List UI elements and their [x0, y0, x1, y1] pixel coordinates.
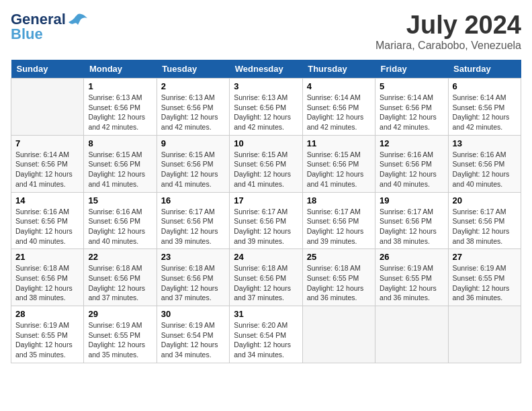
calendar-cell: 15 Sunrise: 6:16 AMSunset: 6:56 PMDaylig… [84, 192, 157, 249]
day-number: 21 [15, 252, 79, 262]
day-info: Sunrise: 6:14 AMSunset: 6:56 PMDaylight:… [15, 150, 79, 189]
day-info: Sunrise: 6:15 AMSunset: 6:56 PMDaylight:… [307, 150, 371, 189]
day-number: 22 [88, 252, 152, 262]
day-info: Sunrise: 6:16 AMSunset: 6:56 PMDaylight:… [15, 207, 79, 246]
day-number: 5 [380, 81, 443, 91]
day-number: 26 [380, 252, 443, 262]
day-number: 8 [88, 138, 152, 148]
calendar-cell: 14 Sunrise: 6:16 AMSunset: 6:56 PMDaylig… [11, 192, 84, 249]
day-info: Sunrise: 6:14 AMSunset: 6:56 PMDaylight:… [380, 93, 443, 132]
calendar-cell: 4 Sunrise: 6:14 AMSunset: 6:56 PMDayligh… [302, 79, 375, 136]
day-info: Sunrise: 6:14 AMSunset: 6:56 PMDaylight:… [307, 93, 371, 132]
calendar-cell: 24 Sunrise: 6:18 AMSunset: 6:56 PMDaylig… [230, 249, 302, 306]
calendar-cell: 9 Sunrise: 6:15 AMSunset: 6:56 PMDayligh… [157, 135, 229, 192]
weekday-header-tuesday: Tuesday [157, 60, 229, 79]
day-number: 7 [15, 138, 79, 148]
calendar-cell: 19 Sunrise: 6:17 AMSunset: 6:56 PMDaylig… [375, 192, 448, 249]
calendar-cell: 12 Sunrise: 6:16 AMSunset: 6:56 PMDaylig… [375, 135, 448, 192]
day-info: Sunrise: 6:19 AMSunset: 6:55 PMDaylight:… [453, 263, 517, 303]
calendar-table: SundayMondayTuesdayWednesdayThursdayFrid… [11, 60, 521, 363]
day-number: 12 [380, 138, 443, 148]
calendar-cell: 2 Sunrise: 6:13 AMSunset: 6:56 PMDayligh… [157, 79, 229, 136]
calendar-cell: 23 Sunrise: 6:18 AMSunset: 6:56 PMDaylig… [157, 249, 229, 306]
day-info: Sunrise: 6:18 AMSunset: 6:55 PMDaylight:… [307, 263, 371, 303]
logo-bird-icon [69, 13, 87, 26]
calendar-week-row: 14 Sunrise: 6:16 AMSunset: 6:56 PMDaylig… [11, 192, 521, 249]
day-number: 9 [161, 138, 225, 148]
day-number: 20 [453, 195, 517, 205]
title-block: July 2024 Mariara, Carabobo, Venezuela [375, 11, 521, 52]
calendar-week-row: 7 Sunrise: 6:14 AMSunset: 6:56 PMDayligh… [11, 135, 521, 192]
calendar-cell: 29 Sunrise: 6:19 AMSunset: 6:55 PMDaylig… [84, 306, 157, 363]
day-number: 14 [15, 195, 79, 205]
day-number: 11 [307, 138, 371, 148]
calendar-cell: 10 Sunrise: 6:15 AMSunset: 6:56 PMDaylig… [230, 135, 302, 192]
calendar-cell: 20 Sunrise: 6:17 AMSunset: 6:56 PMDaylig… [448, 192, 521, 249]
day-number: 28 [15, 309, 79, 319]
day-number: 31 [234, 309, 298, 319]
calendar-cell: 6 Sunrise: 6:14 AMSunset: 6:56 PMDayligh… [448, 79, 521, 136]
day-number: 13 [453, 138, 517, 148]
calendar-cell: 26 Sunrise: 6:19 AMSunset: 6:55 PMDaylig… [375, 249, 448, 306]
day-info: Sunrise: 6:19 AMSunset: 6:55 PMDaylight:… [15, 320, 79, 360]
day-info: Sunrise: 6:17 AMSunset: 6:56 PMDaylight:… [307, 207, 371, 246]
day-info: Sunrise: 6:18 AMSunset: 6:56 PMDaylight:… [15, 263, 79, 303]
calendar-cell: 16 Sunrise: 6:17 AMSunset: 6:56 PMDaylig… [157, 192, 229, 249]
calendar-cell: 28 Sunrise: 6:19 AMSunset: 6:55 PMDaylig… [11, 306, 84, 363]
weekday-header-thursday: Thursday [302, 60, 375, 79]
logo: General Blue [11, 11, 87, 43]
logo-text-blue: Blue [11, 26, 43, 43]
day-info: Sunrise: 6:18 AMSunset: 6:56 PMDaylight:… [234, 263, 298, 303]
day-info: Sunrise: 6:17 AMSunset: 6:56 PMDaylight:… [161, 207, 225, 246]
day-info: Sunrise: 6:19 AMSunset: 6:55 PMDaylight:… [88, 320, 152, 360]
calendar-cell [11, 79, 84, 136]
weekday-header-row: SundayMondayTuesdayWednesdayThursdayFrid… [11, 60, 521, 79]
day-number: 27 [453, 252, 517, 262]
day-info: Sunrise: 6:16 AMSunset: 6:56 PMDaylight:… [380, 150, 443, 189]
day-info: Sunrise: 6:15 AMSunset: 6:56 PMDaylight:… [88, 150, 152, 189]
day-number: 19 [380, 195, 443, 205]
day-info: Sunrise: 6:17 AMSunset: 6:56 PMDaylight:… [453, 207, 517, 246]
calendar-cell: 13 Sunrise: 6:16 AMSunset: 6:56 PMDaylig… [448, 135, 521, 192]
day-number: 17 [234, 195, 298, 205]
calendar-cell: 27 Sunrise: 6:19 AMSunset: 6:55 PMDaylig… [448, 249, 521, 306]
location: Mariara, Carabobo, Venezuela [375, 40, 521, 52]
calendar-cell: 31 Sunrise: 6:20 AMSunset: 6:54 PMDaylig… [230, 306, 302, 363]
day-info: Sunrise: 6:18 AMSunset: 6:56 PMDaylight:… [161, 263, 225, 303]
weekday-header-sunday: Sunday [11, 60, 84, 79]
day-info: Sunrise: 6:15 AMSunset: 6:56 PMDaylight:… [161, 150, 225, 189]
day-info: Sunrise: 6:17 AMSunset: 6:56 PMDaylight:… [380, 207, 443, 246]
day-number: 2 [161, 81, 225, 91]
day-info: Sunrise: 6:17 AMSunset: 6:56 PMDaylight:… [234, 207, 298, 246]
day-info: Sunrise: 6:16 AMSunset: 6:56 PMDaylight:… [88, 207, 152, 246]
day-info: Sunrise: 6:13 AMSunset: 6:56 PMDaylight:… [88, 93, 152, 132]
day-info: Sunrise: 6:18 AMSunset: 6:56 PMDaylight:… [88, 263, 152, 303]
day-number: 18 [307, 195, 371, 205]
day-info: Sunrise: 6:20 AMSunset: 6:54 PMDaylight:… [234, 320, 298, 360]
day-info: Sunrise: 6:16 AMSunset: 6:56 PMDaylight:… [453, 150, 517, 189]
day-number: 29 [88, 309, 152, 319]
calendar-cell: 30 Sunrise: 6:19 AMSunset: 6:54 PMDaylig… [157, 306, 229, 363]
calendar-cell: 22 Sunrise: 6:18 AMSunset: 6:56 PMDaylig… [84, 249, 157, 306]
day-number: 3 [234, 81, 298, 91]
calendar-cell [448, 306, 521, 363]
page-header: General Blue July 2024 Mariara, Carabobo… [11, 11, 521, 52]
calendar-cell [302, 306, 375, 363]
calendar-cell: 18 Sunrise: 6:17 AMSunset: 6:56 PMDaylig… [302, 192, 375, 249]
calendar-cell: 3 Sunrise: 6:13 AMSunset: 6:56 PMDayligh… [230, 79, 302, 136]
weekday-header-wednesday: Wednesday [230, 60, 302, 79]
calendar-cell: 5 Sunrise: 6:14 AMSunset: 6:56 PMDayligh… [375, 79, 448, 136]
day-info: Sunrise: 6:13 AMSunset: 6:56 PMDaylight:… [161, 93, 225, 132]
calendar-cell: 25 Sunrise: 6:18 AMSunset: 6:55 PMDaylig… [302, 249, 375, 306]
day-number: 24 [234, 252, 298, 262]
day-info: Sunrise: 6:15 AMSunset: 6:56 PMDaylight:… [234, 150, 298, 189]
month-title: July 2024 [375, 11, 521, 40]
calendar-cell: 17 Sunrise: 6:17 AMSunset: 6:56 PMDaylig… [230, 192, 302, 249]
day-info: Sunrise: 6:13 AMSunset: 6:56 PMDaylight:… [234, 93, 298, 132]
calendar-cell: 21 Sunrise: 6:18 AMSunset: 6:56 PMDaylig… [11, 249, 84, 306]
calendar-cell [375, 306, 448, 363]
weekday-header-monday: Monday [84, 60, 157, 79]
calendar-week-row: 1 Sunrise: 6:13 AMSunset: 6:56 PMDayligh… [11, 79, 521, 136]
day-info: Sunrise: 6:19 AMSunset: 6:54 PMDaylight:… [161, 320, 225, 360]
calendar-cell: 7 Sunrise: 6:14 AMSunset: 6:56 PMDayligh… [11, 135, 84, 192]
